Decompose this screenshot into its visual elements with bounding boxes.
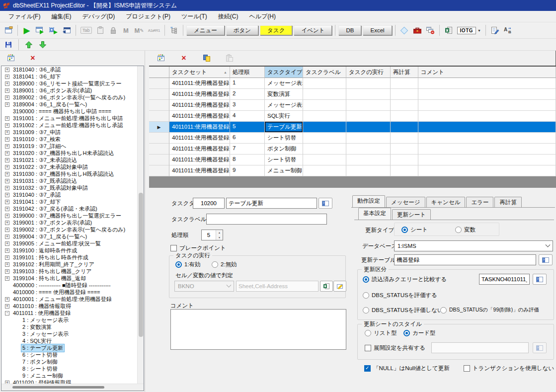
move-up-button[interactable]	[23, 39, 35, 51]
row-selector[interactable]	[149, 155, 169, 165]
new-task-button[interactable]	[155, 52, 167, 64]
tree-item[interactable]: 3191042 : ③7_戻る(承認・未承認)	[1, 205, 137, 212]
tree-horizontal-scrollbar[interactable]	[1, 384, 144, 391]
tree-item[interactable]: 3189002 : ③6_ボタン非表示(一覧へ戻るのみ)	[1, 94, 137, 101]
tree-item[interactable]: 3191040 : ③7_承認	[1, 191, 137, 198]
style-list-option[interactable]: リスト型	[365, 329, 397, 337]
share-expand-checkbox[interactable]	[365, 345, 371, 351]
a1r1-toggle-button[interactable]: A1⇄R1	[147, 24, 161, 36]
cell-exec[interactable]	[346, 144, 391, 155]
tree-item[interactable]: 3190000 : ==== 機器持ち出し申請 ====	[1, 108, 137, 115]
var-radio[interactable]	[455, 227, 462, 233]
cell-exec[interactable]	[346, 155, 391, 165]
judge-address-field[interactable]	[236, 281, 318, 292]
iotg-dropdown-button[interactable]: IOTG ▼	[456, 24, 482, 36]
row-selector[interactable]	[149, 144, 169, 155]
delete-taskset-button[interactable]: ×	[27, 52, 39, 64]
column-header-order[interactable]: 処理順	[230, 67, 265, 78]
cell-taskset[interactable]: 4011011:使用機器登録	[169, 78, 230, 89]
tree-item[interactable]: 3191001 : メニュー前処理:機器持ち出し申請	[1, 115, 137, 122]
exec-enabled-radio[interactable]	[175, 261, 182, 268]
kubun-compare-option[interactable]: 読込済みクエリーと比較する	[363, 276, 447, 283]
tree-item[interactable]: 4010001 : メニュー前処理:使用機器登録	[1, 296, 137, 303]
column-header-comment[interactable]: コメント	[418, 67, 556, 78]
tree-item[interactable]: 6 : シート切替	[1, 351, 137, 358]
cell-comment[interactable]	[418, 133, 556, 144]
row-selector[interactable]	[149, 78, 169, 89]
settings-tab[interactable]: 再計算	[494, 197, 522, 208]
kubun-del99-option[interactable]: DBS_STATUSの「99(削除)」のみ評価	[440, 307, 539, 314]
column-header-recalc[interactable]: 再計算	[391, 67, 418, 78]
cell-recalc[interactable]	[391, 100, 418, 111]
cell-type[interactable]: メッセージ表示	[265, 78, 303, 89]
style-card-option[interactable]: カード型	[403, 329, 436, 337]
cell-recalc[interactable]	[391, 165, 418, 176]
database-combo[interactable]: 1:ISMS	[394, 240, 553, 251]
macro-edit-button[interactable]: M✎	[133, 24, 146, 36]
expand-icon[interactable]	[5, 311, 9, 315]
breakpoint-option[interactable]: ブレークポイント	[170, 244, 226, 252]
menu-item[interactable]: 編集(E)	[46, 11, 77, 22]
cell-taskset[interactable]: 4011011:使用機器登録	[169, 89, 230, 100]
horizontal-splitter[interactable]	[149, 188, 556, 192]
cell-exec[interactable]	[346, 165, 391, 176]
expand-icon[interactable]	[5, 95, 9, 100]
tree-item[interactable]: 4000000 : ------------ ■随時登録 -----------…	[1, 282, 137, 289]
cell-label[interactable]	[303, 133, 346, 144]
menu-item[interactable]: ツール(T)	[176, 11, 213, 22]
tree-item[interactable]: 3199004 : ③7_1_戻る(一覧へ)	[1, 233, 137, 240]
tree-item[interactable]: 3199101 : 持ち出し時条件作成	[1, 254, 137, 261]
expand-icon[interactable]	[5, 269, 9, 274]
tree-item[interactable]: 3199002 : ③7_ボタン非表示(一覧へ戻るのみ)	[1, 226, 137, 233]
settings-tab[interactable]: エラー	[466, 197, 493, 208]
expand-icon[interactable]	[5, 88, 9, 93]
tree-item[interactable]: 3191020 : ③7_機器持ち出しH未承認読込	[1, 150, 137, 157]
vertical-splitter[interactable]	[145, 51, 149, 392]
expand-icon[interactable]	[5, 172, 9, 176]
expand-icon[interactable]	[5, 304, 9, 309]
task-type-picker-button[interactable]	[318, 198, 332, 209]
cell-label[interactable]	[303, 78, 346, 89]
move-down-button[interactable]	[37, 39, 49, 51]
tree-item[interactable]: 4010000 : ==== 使用機器登録 ====	[1, 289, 137, 296]
cell-taskset[interactable]: 4011011:使用機器登録	[169, 165, 230, 176]
expand-icon[interactable]	[5, 68, 9, 72]
project-window-button[interactable]	[2, 24, 14, 36]
expand-icon[interactable]	[5, 123, 9, 128]
kubun-noeval-radio[interactable]	[363, 307, 369, 314]
exec-enabled-option[interactable]: 1:有効	[175, 261, 201, 268]
tree-item[interactable]: 3199000 : ③7_機器持ち出し一覧選択エラー	[1, 212, 137, 219]
cell-comment[interactable]	[418, 111, 556, 122]
tab-order-button[interactable]: Tab	[79, 24, 93, 36]
cell-taskset[interactable]: 4011011:使用機器登録	[169, 133, 230, 144]
expand-icon[interactable]	[5, 276, 9, 281]
no-transaction-checkbox[interactable]	[464, 365, 470, 372]
tree-item[interactable]: 2 : 変数演算	[1, 323, 137, 330]
task-label-field[interactable]	[206, 214, 327, 225]
share-expand-option[interactable]: 展開設定を共有する	[365, 344, 425, 352]
style-card-radio[interactable]	[403, 330, 410, 336]
cell-order[interactable]: 7	[230, 144, 265, 155]
expand-icon[interactable]	[5, 137, 9, 142]
null-update-checkbox[interactable]	[364, 365, 371, 372]
table-row[interactable]: 4011011:使用機器登録 1 メッセージ表示	[149, 78, 556, 89]
cell-type[interactable]: 変数演算	[265, 89, 303, 100]
tree-item[interactable]: 3191030 : ③7_機器持ち出しH既承認読込	[1, 170, 137, 177]
expand-icon[interactable]	[5, 214, 9, 218]
tree-item[interactable]: 3189001 : ③6_ボタン表示(承認)	[1, 87, 137, 94]
cell-type[interactable]: テーブル更新	[265, 122, 303, 133]
menu-item[interactable]: ヘルプ(H)	[244, 11, 282, 22]
exec-disabled-radio[interactable]	[212, 261, 218, 268]
cell-recalc[interactable]	[391, 78, 418, 89]
update-type-var-option[interactable]: 変数	[455, 226, 476, 234]
expand-icon[interactable]	[5, 186, 9, 190]
tree-item[interactable]: 3199102 : 利用期間_終了_クリア	[1, 261, 137, 268]
expand-icon[interactable]	[5, 221, 9, 225]
tree-item[interactable]: 5 : テーブル更新	[1, 344, 137, 351]
update-table-field[interactable]	[394, 254, 536, 265]
expand-icon[interactable]	[5, 81, 9, 86]
cell-label[interactable]	[303, 144, 346, 155]
cell-type[interactable]: メニュー制御	[265, 165, 303, 176]
excel-cell-picker-button[interactable]	[320, 281, 333, 292]
view-tab[interactable]: イベント	[294, 25, 332, 35]
